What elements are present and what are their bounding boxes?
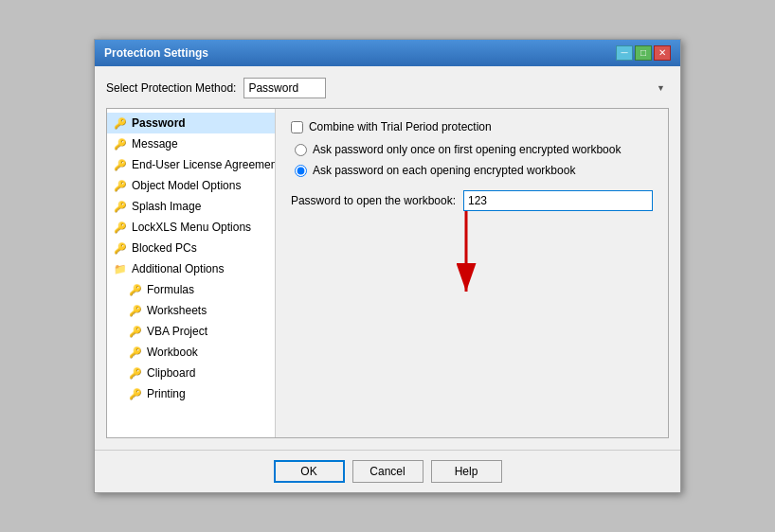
key-icon-splash: 🔑 [113,199,128,214]
sidebar-item-worksheets[interactable]: 🔑 Worksheets [107,300,275,321]
arrow-area [291,211,653,306]
sidebar-label-additional-options: Additional Options [132,262,224,275]
sidebar-item-additional-options[interactable]: 📁 Additional Options [107,258,275,279]
protection-settings-dialog: Protection Settings ─ □ ✕ Select Protect… [94,39,681,493]
help-button[interactable]: Help [431,460,502,483]
sidebar-label-lockxls: LockXLS Menu Options [132,221,251,234]
radio-group: Ask password only once on first opening … [291,143,653,177]
sidebar-item-lockxls[interactable]: 🔑 LockXLS Menu Options [107,217,275,238]
sidebar-label-password: Password [132,116,186,130]
sidebar-label-eula: End-User License Agreement [132,158,276,171]
radio-once[interactable] [295,144,307,156]
combine-checkbox[interactable] [291,121,303,133]
sidebar: 🔑 Password 🔑 Message 🔑 End-User License … [107,109,276,437]
sidebar-item-vba-project[interactable]: 🔑 VBA Project [107,321,275,342]
key-icon-clipboard: 🔑 [128,365,143,381]
password-input[interactable] [463,190,653,211]
button-row: OK Cancel Help [95,450,680,492]
select-wrapper: Password Trial Period Hardware Key [243,78,669,98]
dialog-title: Protection Settings [104,46,208,60]
sidebar-item-printing[interactable]: 🔑 Printing [107,383,275,404]
key-icon-message: 🔑 [113,136,128,151]
sidebar-item-eula[interactable]: 🔑 End-User License Agreement [107,154,275,175]
key-icon-object-model: 🔑 [113,178,128,193]
select-method-label: Select Protection Method: [106,81,236,95]
title-bar: Protection Settings ─ □ ✕ [95,40,680,66]
key-icon-worksheets: 🔑 [128,303,143,318]
key-icon-formulas: 🔑 [128,282,143,297]
ok-button[interactable]: OK [274,460,345,483]
sidebar-label-workbook: Workbook [147,346,198,359]
radio-each-label[interactable]: Ask password on each opening encrypted w… [313,164,576,177]
combine-label[interactable]: Combine with Trial Period protection [309,120,492,133]
sidebar-item-password[interactable]: 🔑 Password [107,113,275,133]
sidebar-label-object-model: Object Model Options [132,179,241,192]
folder-icon-additional: 📁 [113,261,128,276]
key-icon-password: 🔑 [113,115,128,131]
cancel-button[interactable]: Cancel [352,460,424,483]
protection-method-select[interactable]: Password Trial Period Hardware Key [243,78,326,98]
key-icon-workbook: 🔑 [128,345,143,360]
sidebar-item-splash[interactable]: 🔑 Splash Image [107,196,275,217]
minimize-button[interactable]: ─ [616,45,633,61]
close-button[interactable]: ✕ [654,45,671,61]
key-icon-blocked-pcs: 🔑 [113,240,128,256]
sidebar-item-object-model[interactable]: 🔑 Object Model Options [107,175,275,196]
sidebar-label-worksheets: Worksheets [147,304,207,317]
radio-row-2: Ask password on each opening encrypted w… [295,164,653,177]
sidebar-item-clipboard[interactable]: 🔑 Clipboard [107,363,275,383]
sidebar-item-workbook[interactable]: 🔑 Workbook [107,342,275,363]
sidebar-label-splash: Splash Image [132,200,201,213]
sidebar-label-blocked-pcs: Blocked PCs [132,241,197,255]
password-row: Password to open the workbook: [291,190,653,211]
key-icon-eula: 🔑 [113,157,128,172]
key-icon-printing: 🔑 [128,386,143,401]
sidebar-label-printing: Printing [147,387,186,400]
dialog-body: Select Protection Method: Password Trial… [95,66,680,450]
sidebar-label-clipboard: Clipboard [147,366,195,380]
sidebar-label-formulas: Formulas [147,283,194,296]
radio-row-1: Ask password only once on first opening … [295,143,653,156]
radio-each[interactable] [295,165,307,177]
combine-checkbox-row: Combine with Trial Period protection [291,120,653,133]
arrow-indicator [438,211,495,306]
sidebar-label-message: Message [132,137,178,151]
main-content: 🔑 Password 🔑 Message 🔑 End-User License … [106,108,669,438]
key-icon-lockxls: 🔑 [113,220,128,235]
key-icon-vba: 🔑 [128,324,143,339]
sidebar-item-message[interactable]: 🔑 Message [107,133,275,154]
select-protection-row: Select Protection Method: Password Trial… [106,78,669,98]
right-panel: Combine with Trial Period protection Ask… [276,109,668,437]
sidebar-item-blocked-pcs[interactable]: 🔑 Blocked PCs [107,238,275,258]
title-bar-buttons: ─ □ ✕ [616,45,671,61]
password-label: Password to open the workbook: [291,194,456,207]
radio-once-label[interactable]: Ask password only once on first opening … [313,143,622,156]
sidebar-label-vba: VBA Project [147,325,207,338]
sidebar-item-formulas[interactable]: 🔑 Formulas [107,279,275,300]
maximize-button[interactable]: □ [635,45,652,61]
